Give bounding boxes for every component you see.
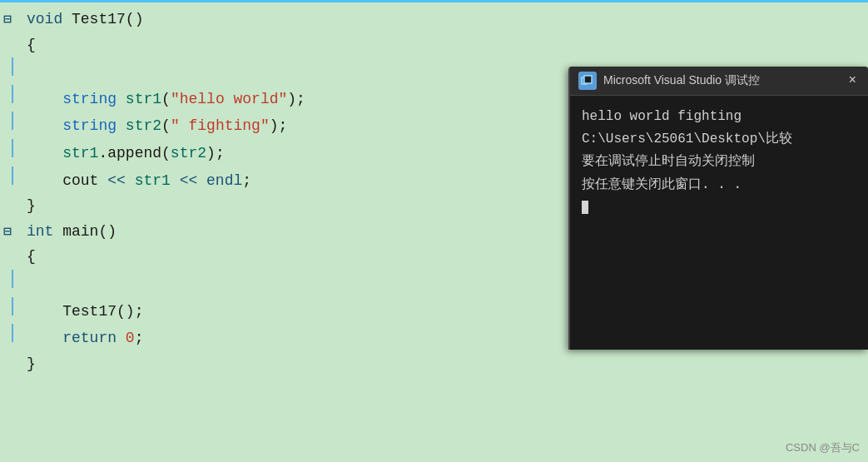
code-tokens <box>23 271 62 297</box>
console-panel: Microsoft Visual Studio 调试控 × hello worl… <box>568 67 868 350</box>
token-op: endl <box>206 172 242 189</box>
token-punct: { <box>27 248 36 265</box>
token-punct: () <box>98 223 117 240</box>
vertical-line <box>12 57 13 76</box>
vertical-line <box>12 166 13 185</box>
code-tokens: } <box>23 351 36 377</box>
code-tokens: cout << str1 << endl; <box>23 168 251 194</box>
gutter <box>0 112 23 130</box>
code-tokens: int main() <box>23 219 117 245</box>
token-type: string <box>62 91 126 107</box>
token-kw: void <box>27 11 72 27</box>
collapse-button[interactable]: ⊟ <box>3 9 12 32</box>
vertical-line <box>12 297 13 315</box>
vertical-line <box>12 139 13 157</box>
code-tokens: string str1("hello world"); <box>23 87 305 112</box>
gutter <box>0 166 23 185</box>
token-kw: return <box>62 330 126 346</box>
token-fn: Test17 <box>72 11 126 27</box>
token-punct: } <box>27 197 36 214</box>
token-str: " fighting" <box>171 117 270 134</box>
console-title: Microsoft Visual Studio 调试控 <box>603 73 760 88</box>
token-num: 0 <box>126 330 135 346</box>
token-punct: (); <box>117 303 143 320</box>
console-close-button[interactable]: × <box>845 73 860 88</box>
gutter <box>0 297 23 315</box>
watermark: CSDN @吾与C <box>786 440 860 455</box>
code-tokens: string str2(" fighting"); <box>23 113 287 139</box>
code-line: ⊟void Test17() <box>0 7 868 32</box>
token-var: str2 <box>126 117 161 134</box>
collapse-button[interactable]: ⊟ <box>3 221 12 244</box>
token-punct: () <box>126 11 144 27</box>
token-punct: ; <box>242 172 251 189</box>
gutter <box>0 270 23 288</box>
console-cursor <box>582 201 588 214</box>
console-title-left: Microsoft Visual Studio 调试控 <box>578 72 760 90</box>
console-line: C:\Users\25061\Desktop\比较 <box>582 128 856 151</box>
token-op: << <box>107 172 134 189</box>
code-tokens: { <box>23 244 36 270</box>
code-tokens: void Test17() <box>23 7 143 32</box>
top-border <box>0 0 868 2</box>
console-titlebar: Microsoft Visual Studio 调试控 × <box>570 67 868 96</box>
token-punct: ( <box>161 91 171 107</box>
gutter <box>0 324 23 342</box>
svg-rect-1 <box>584 76 592 83</box>
vertical-line <box>12 85 13 103</box>
vertical-line <box>12 324 13 342</box>
token-type: string <box>62 117 126 134</box>
gutter: ⊟ <box>0 9 23 32</box>
console-line: 要在调试停止时自动关闭控制 <box>582 151 856 173</box>
console-body: hello world fightingC:\Users\25061\Deskt… <box>570 96 868 350</box>
token-fn: main <box>62 223 98 240</box>
console-line: 按任意键关闭此窗口. . . <box>582 174 856 196</box>
token-punct: ); <box>206 145 225 161</box>
code-line: { <box>0 32 868 58</box>
console-line: hello world fighting <box>582 106 856 128</box>
console-cursor-line <box>582 196 856 219</box>
token-var: str1 <box>126 91 161 107</box>
token-var: str2 <box>171 145 206 161</box>
code-tokens <box>23 59 62 85</box>
token-method: cout <box>62 172 107 189</box>
gutter <box>0 85 23 103</box>
code-tokens: } <box>23 193 36 219</box>
code-tokens: str1.append(str2); <box>23 141 225 166</box>
token-var: str1 <box>135 172 180 189</box>
vertical-line <box>12 270 13 288</box>
token-punct: .append( <box>98 145 170 161</box>
token-var: str1 <box>62 145 98 161</box>
token-kw: int <box>27 223 62 240</box>
token-punct: { <box>27 37 36 53</box>
token-punct: ); <box>287 91 305 107</box>
gutter <box>0 57 23 76</box>
gutter <box>0 139 23 157</box>
token-punct: ; <box>135 330 144 346</box>
token-op: << <box>180 172 206 189</box>
code-tokens: return 0; <box>23 325 143 351</box>
token-str: "hello world" <box>171 91 287 107</box>
token-fn: Test17 <box>62 303 117 320</box>
token-punct: } <box>27 355 36 372</box>
code-line: } <box>0 351 868 377</box>
token-punct: ); <box>270 117 288 134</box>
code-tokens: Test17(); <box>23 299 143 325</box>
gutter: ⊟ <box>0 221 23 244</box>
vs-icon <box>578 72 597 90</box>
code-tokens: { <box>23 32 36 58</box>
vertical-line <box>12 112 13 130</box>
token-punct: ( <box>161 117 171 134</box>
